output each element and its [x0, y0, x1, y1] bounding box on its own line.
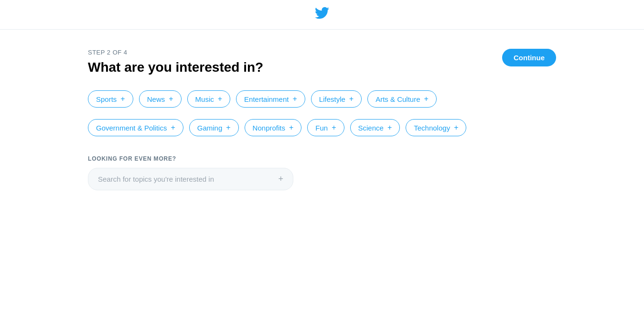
topic-plus-icon-sports: + — [120, 95, 125, 103]
topic-plus-icon-fun: + — [332, 123, 336, 132]
topic-label-gaming: Gaming — [197, 124, 223, 132]
looking-for-label: LOOKING FOR EVEN MORE? — [88, 155, 556, 162]
search-bar[interactable]: Search for topics you're interested in + — [88, 168, 293, 190]
topics-row-2: Government & Politics+Gaming+Nonprofits+… — [88, 119, 556, 136]
topic-pill-gaming[interactable]: Gaming+ — [189, 119, 239, 136]
topic-label-entertainment: Entertainment — [244, 95, 289, 103]
topic-pill-sports[interactable]: Sports+ — [88, 90, 133, 108]
continue-button[interactable]: Continue — [502, 49, 556, 66]
topic-label-technology: Technology — [414, 124, 450, 132]
topic-label-sports: Sports — [96, 95, 117, 103]
topic-plus-icon-entertainment: + — [292, 95, 297, 103]
topic-plus-icon-news: + — [169, 95, 173, 103]
topic-pill-nonprofits[interactable]: Nonprofits+ — [245, 119, 302, 136]
twitter-logo-icon — [315, 6, 329, 23]
topic-plus-icon-nonprofits: + — [289, 123, 293, 132]
topic-label-arts-culture: Arts & Culture — [376, 95, 420, 103]
page-title: What are you interested in? — [88, 60, 556, 75]
looking-for-section: LOOKING FOR EVEN MORE? Search for topics… — [88, 155, 556, 190]
topic-plus-icon-music: + — [218, 95, 222, 103]
topic-label-news: News — [147, 95, 165, 103]
topic-pill-technology[interactable]: Technology+ — [406, 119, 466, 136]
topic-pill-news[interactable]: News+ — [139, 90, 182, 108]
topic-pill-science[interactable]: Science+ — [350, 119, 400, 136]
topic-pill-music[interactable]: Music+ — [187, 90, 231, 108]
topic-plus-icon-lifestyle: + — [349, 95, 354, 103]
topic-label-music: Music — [195, 95, 214, 103]
topics-row-1: Sports+News+Music+Entertainment+Lifestyl… — [88, 90, 556, 108]
main-container: STEP 2 OF 4 What are you interested in? … — [59, 30, 585, 209]
topic-label-nonprofits: Nonprofits — [253, 124, 285, 132]
search-plus-icon: + — [278, 174, 283, 184]
topic-label-lifestyle: Lifestyle — [319, 95, 345, 103]
topic-label-fun: Fun — [315, 124, 328, 132]
topic-plus-icon-gaming: + — [226, 123, 230, 132]
step-label: STEP 2 OF 4 — [88, 49, 556, 56]
topic-plus-icon-arts-culture: + — [424, 95, 429, 103]
topic-pill-fun[interactable]: Fun+ — [307, 119, 344, 136]
header — [0, 0, 644, 30]
topic-plus-icon-science: + — [387, 123, 392, 132]
topic-pill-government-politics[interactable]: Government & Politics+ — [88, 119, 183, 136]
topic-plus-icon-government-politics: + — [171, 123, 175, 132]
topic-plus-icon-technology: + — [454, 123, 458, 132]
search-placeholder: Search for topics you're interested in — [98, 175, 214, 183]
topic-label-science: Science — [358, 124, 384, 132]
topic-pill-lifestyle[interactable]: Lifestyle+ — [311, 90, 362, 108]
topic-label-government-politics: Government & Politics — [96, 124, 167, 132]
topic-pill-arts-culture[interactable]: Arts & Culture+ — [367, 90, 437, 108]
topic-pill-entertainment[interactable]: Entertainment+ — [236, 90, 305, 108]
